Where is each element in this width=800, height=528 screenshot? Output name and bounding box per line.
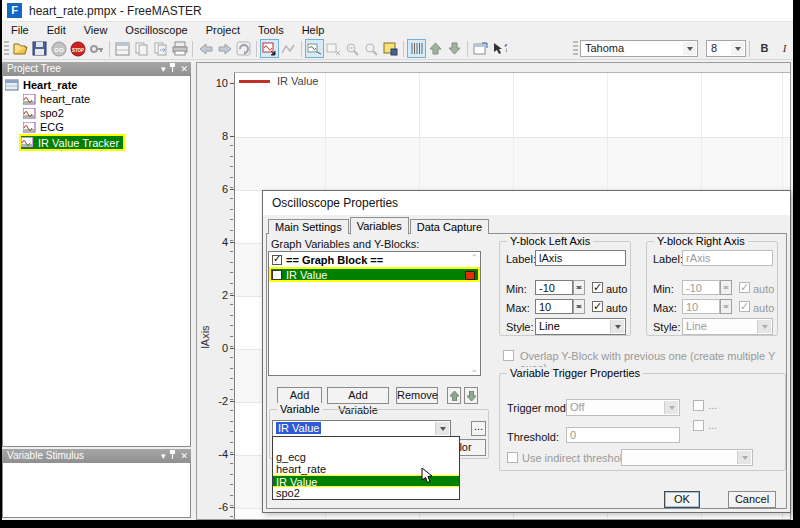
variable-combobox[interactable]: IR Value — [272, 420, 451, 437]
y-tick: -6 — [200, 501, 228, 513]
left-axis-min-input[interactable]: -10 — [535, 280, 573, 295]
indirect-threshold-checkbox — [507, 452, 518, 463]
dropdown-option-empty[interactable] — [273, 437, 459, 451]
panel-close-icon[interactable]: ✕ — [180, 449, 188, 463]
move-down-icon[interactable] — [445, 39, 464, 58]
move-row-up-button[interactable] — [447, 387, 461, 404]
left-axis-max-spinner[interactable] — [573, 299, 585, 314]
properties-icon[interactable] — [471, 39, 490, 58]
list-row-ir-value[interactable]: IR Value — [269, 267, 480, 282]
tree-node-ir-value-tracker[interactable]: IR Value Tracker — [19, 134, 125, 151]
y-tick: 2 — [200, 289, 228, 301]
menu-help[interactable]: Help — [293, 22, 334, 38]
dialog-title-bar[interactable]: Oscilloscope Properties — [263, 191, 790, 215]
context-help-icon[interactable]: ? — [490, 39, 509, 58]
chevron-down-icon[interactable] — [610, 320, 624, 333]
cancel-button[interactable]: Cancel — [728, 491, 776, 508]
chevron-down-icon[interactable] — [731, 42, 744, 55]
freemaster-window: F heart_rate.pmpx - FreeMASTER File Edit… — [2, 0, 793, 520]
left-axis-label-input[interactable]: lAxis — [535, 250, 626, 266]
menu-edit[interactable]: Edit — [38, 22, 75, 38]
open-icon[interactable] — [11, 39, 30, 58]
variable-more-button[interactable]: ... — [471, 421, 486, 436]
list-row-graph-block[interactable]: == Graph Block == — [269, 252, 480, 267]
add-block-button[interactable]: Add Block — [277, 387, 322, 404]
graph-variables-listbox[interactable]: == Graph Block == IR Value ⌃ ⌄ — [268, 251, 481, 376]
series-color-swatch[interactable] — [465, 271, 475, 280]
grid-icon[interactable] — [407, 39, 426, 58]
bold-button[interactable]: B — [756, 40, 773, 57]
dropdown-option-spo2[interactable]: spo2 — [273, 487, 459, 499]
freemaster-logo-icon: F — [7, 3, 22, 18]
detach-scope-icon[interactable] — [305, 39, 324, 58]
print-icon[interactable] — [170, 39, 189, 58]
trigger-option-dots-2: ... — [708, 419, 717, 431]
variable-group-title: Variable — [277, 403, 323, 415]
menu-project[interactable]: Project — [197, 22, 249, 38]
toolbar-separator — [301, 41, 302, 57]
project-tree-header: Project Tree ▾ ✕ — [2, 62, 191, 76]
tree-node-ecg[interactable]: ECG — [23, 120, 190, 134]
scroll-up-icon[interactable]: ⌃ — [470, 253, 478, 263]
save-scope-icon[interactable] — [381, 39, 400, 58]
menu-tools[interactable]: Tools — [249, 22, 293, 38]
trigger-option-checkbox-1 — [693, 400, 704, 411]
right-axis-max-spinner — [720, 299, 732, 314]
remove-button[interactable]: Remove — [396, 387, 438, 404]
left-axis-min-auto-checkbox[interactable] — [592, 282, 603, 293]
threshold-input: 0 — [566, 427, 680, 443]
tab-data-capture[interactable]: Data Capture — [410, 219, 489, 234]
back-arrow-icon — [196, 39, 215, 58]
left-axis-max-auto-label: auto — [606, 302, 627, 314]
xy-graph-icon — [279, 39, 298, 58]
add-variable-button[interactable]: Add Variable — [327, 387, 389, 404]
font-name-combobox[interactable]: Tahoma — [580, 40, 698, 57]
panel-pin-icon[interactable] — [169, 62, 176, 76]
checkbox-checked-icon[interactable] — [272, 255, 282, 265]
font-size-value: 8 — [711, 42, 717, 54]
left-axis-style-dropdown[interactable]: Line — [535, 318, 626, 335]
left-axis-max-input[interactable]: 10 — [535, 299, 573, 314]
tree-node-root[interactable]: Heart_rate — [5, 78, 190, 92]
project-panel-icon[interactable] — [113, 39, 132, 58]
indirect-threshold-label: Use indirect threshold: — [522, 452, 631, 464]
italic-button[interactable]: I — [776, 40, 793, 57]
menu-oscilloscope[interactable]: Oscilloscope — [116, 22, 196, 38]
ok-button[interactable]: OK — [664, 491, 700, 508]
save-icon[interactable] — [30, 39, 49, 58]
right-axis-min-auto-checkbox — [739, 282, 750, 293]
list-row-label: == Graph Block == — [286, 254, 383, 266]
chevron-down-icon[interactable] — [683, 42, 696, 55]
panel-collapse-icon[interactable]: ▾ — [161, 449, 166, 463]
zoom-in-icon — [362, 39, 381, 58]
tree-node-label: Heart_rate — [23, 79, 77, 91]
checkbox-checked-icon[interactable] — [272, 270, 282, 280]
tab-variables[interactable]: Variables — [350, 217, 409, 235]
menu-view[interactable]: View — [75, 22, 117, 38]
tree-node-spo2[interactable]: spo2 — [23, 106, 190, 120]
chevron-down-icon[interactable] — [435, 422, 449, 435]
right-axis-min-auto-label: auto — [753, 283, 774, 295]
menu-file[interactable]: File — [2, 22, 38, 38]
toolbar-separator — [109, 41, 110, 57]
stop-icon[interactable]: STOP — [68, 39, 87, 58]
tab-main-settings[interactable]: Main Settings — [268, 219, 349, 234]
chart-legend: IR Value — [239, 75, 318, 87]
move-row-down-button[interactable] — [464, 387, 478, 404]
left-axis-min-caption: Min: — [506, 283, 527, 295]
move-up-icon[interactable] — [426, 39, 445, 58]
panel-pin-icon[interactable] — [169, 449, 176, 463]
left-axis-max-auto-checkbox[interactable] — [592, 301, 603, 312]
tree-node-heart-rate[interactable]: heart_rate — [23, 92, 190, 106]
scroll-down-icon[interactable]: ⌄ — [470, 364, 478, 374]
right-axis-style-dropdown: Line — [682, 318, 773, 335]
left-axis-min-spinner[interactable] — [573, 280, 585, 295]
panel-collapse-icon[interactable]: ▾ — [161, 62, 166, 76]
font-size-combobox[interactable]: 8 — [706, 40, 746, 57]
dropdown-option-g-ecg[interactable]: g_ecg — [273, 451, 459, 463]
panel-close-icon[interactable]: ✕ — [180, 62, 188, 76]
y-tick: 8 — [200, 130, 228, 142]
go-icon: GO — [49, 39, 68, 58]
menu-bar: File Edit View Oscilloscope Project Tool… — [2, 22, 793, 38]
oscilloscope-icon[interactable] — [260, 39, 279, 58]
